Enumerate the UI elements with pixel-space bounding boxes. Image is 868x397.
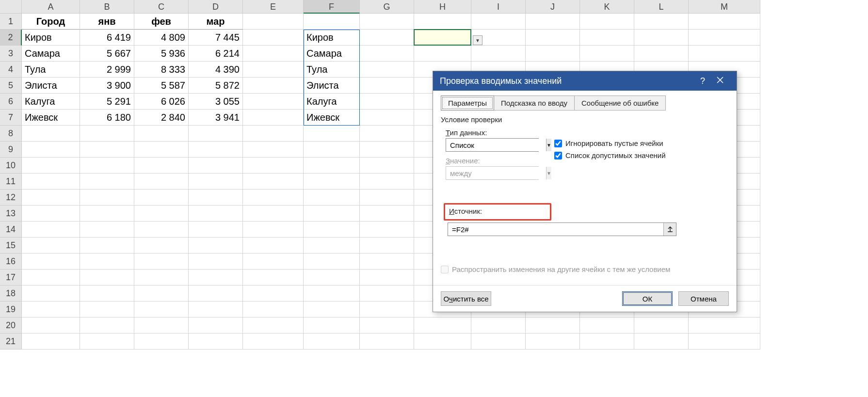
cell[interactable] bbox=[22, 333, 80, 349]
row-header[interactable]: 8 bbox=[0, 126, 22, 142]
cell[interactable]: Город bbox=[22, 14, 80, 30]
clear-all-button[interactable]: Очистить все bbox=[441, 291, 491, 306]
cell[interactable] bbox=[360, 30, 414, 46]
cell[interactable] bbox=[22, 142, 80, 158]
cell[interactable] bbox=[304, 126, 360, 142]
cell[interactable] bbox=[189, 174, 243, 190]
cell[interactable] bbox=[689, 14, 760, 30]
cell[interactable] bbox=[189, 158, 243, 174]
cell[interactable] bbox=[189, 333, 243, 349]
row-header[interactable]: 5 bbox=[0, 78, 22, 94]
in-cell-dropdown-checkbox[interactable] bbox=[554, 152, 562, 159]
cell[interactable] bbox=[80, 174, 134, 190]
col-header-E[interactable]: E bbox=[243, 0, 304, 14]
cell[interactable]: 3 055 bbox=[189, 94, 243, 110]
tab-parameters[interactable]: Параметры bbox=[441, 95, 494, 111]
cell[interactable] bbox=[414, 14, 471, 30]
cell[interactable] bbox=[134, 254, 189, 270]
cell[interactable] bbox=[134, 286, 189, 302]
cell[interactable] bbox=[304, 206, 360, 222]
cell[interactable] bbox=[304, 286, 360, 302]
cell[interactable] bbox=[360, 126, 414, 142]
row-header[interactable]: 10 bbox=[0, 158, 22, 174]
cell[interactable] bbox=[243, 222, 304, 238]
cell[interactable]: 3 900 bbox=[80, 78, 134, 94]
row-header[interactable]: 11 bbox=[0, 174, 22, 190]
cell[interactable] bbox=[243, 110, 304, 126]
cell[interactable] bbox=[189, 302, 243, 318]
col-header-A[interactable]: A bbox=[22, 0, 80, 14]
col-header-F[interactable]: F bbox=[304, 0, 360, 14]
cell[interactable] bbox=[580, 30, 634, 46]
cell[interactable] bbox=[22, 126, 80, 142]
cell[interactable] bbox=[80, 238, 134, 254]
cell[interactable] bbox=[360, 254, 414, 270]
tab-input-message[interactable]: Подсказка по вводу bbox=[494, 95, 575, 111]
cell[interactable]: Элиста bbox=[22, 78, 80, 94]
cell[interactable] bbox=[304, 222, 360, 238]
source-input[interactable] bbox=[448, 223, 663, 236]
cell[interactable] bbox=[634, 14, 689, 30]
cell[interactable] bbox=[414, 46, 471, 62]
row-header[interactable]: 3 bbox=[0, 46, 22, 62]
cell[interactable] bbox=[360, 222, 414, 238]
cell[interactable] bbox=[80, 142, 134, 158]
cell[interactable] bbox=[134, 126, 189, 142]
cell[interactable] bbox=[243, 190, 304, 206]
cell[interactable]: 5 587 bbox=[134, 78, 189, 94]
cell[interactable] bbox=[360, 318, 414, 333]
col-header-L[interactable]: L bbox=[634, 0, 689, 14]
cell[interactable] bbox=[243, 254, 304, 270]
cell[interactable] bbox=[80, 254, 134, 270]
cell[interactable] bbox=[304, 142, 360, 158]
cell[interactable] bbox=[243, 94, 304, 110]
cell[interactable] bbox=[134, 238, 189, 254]
cell[interactable] bbox=[80, 333, 134, 349]
cell[interactable] bbox=[189, 190, 243, 206]
cell[interactable] bbox=[304, 238, 360, 254]
row-header[interactable]: 18 bbox=[0, 286, 22, 302]
cell[interactable]: Киров bbox=[304, 30, 360, 46]
cell[interactable] bbox=[471, 46, 526, 62]
cell[interactable] bbox=[360, 206, 414, 222]
cell[interactable] bbox=[243, 302, 304, 318]
cell[interactable] bbox=[526, 14, 580, 30]
cell[interactable] bbox=[80, 158, 134, 174]
cell[interactable] bbox=[22, 302, 80, 318]
cell[interactable] bbox=[304, 302, 360, 318]
cell[interactable] bbox=[360, 62, 414, 78]
cell[interactable] bbox=[360, 110, 414, 126]
cell[interactable] bbox=[189, 318, 243, 333]
cell[interactable] bbox=[134, 318, 189, 333]
cell[interactable] bbox=[134, 142, 189, 158]
ok-button[interactable]: ОК bbox=[622, 291, 673, 306]
cell[interactable] bbox=[360, 270, 414, 286]
cell[interactable] bbox=[189, 126, 243, 142]
cell[interactable] bbox=[580, 318, 634, 333]
cell[interactable] bbox=[634, 318, 689, 333]
cell[interactable] bbox=[304, 174, 360, 190]
cell[interactable] bbox=[243, 30, 304, 46]
cell[interactable] bbox=[243, 158, 304, 174]
cell[interactable] bbox=[243, 238, 304, 254]
cell[interactable] bbox=[134, 222, 189, 238]
cell[interactable] bbox=[304, 190, 360, 206]
cell[interactable]: янв bbox=[80, 14, 134, 30]
cell[interactable] bbox=[471, 14, 526, 30]
cell[interactable]: Самара bbox=[304, 46, 360, 62]
cell[interactable] bbox=[134, 190, 189, 206]
cell[interactable] bbox=[134, 270, 189, 286]
row-header[interactable]: 7 bbox=[0, 110, 22, 126]
cell[interactable] bbox=[243, 126, 304, 142]
cell[interactable] bbox=[134, 302, 189, 318]
cell[interactable] bbox=[634, 333, 689, 349]
cell[interactable] bbox=[689, 30, 760, 46]
cell[interactable]: 6 180 bbox=[80, 110, 134, 126]
cell[interactable] bbox=[634, 30, 689, 46]
cell[interactable]: 5 667 bbox=[80, 46, 134, 62]
cell[interactable] bbox=[360, 333, 414, 349]
cell[interactable] bbox=[243, 142, 304, 158]
cell[interactable]: Калуга bbox=[304, 94, 360, 110]
cell[interactable]: 5 291 bbox=[80, 94, 134, 110]
cell[interactable] bbox=[360, 238, 414, 254]
